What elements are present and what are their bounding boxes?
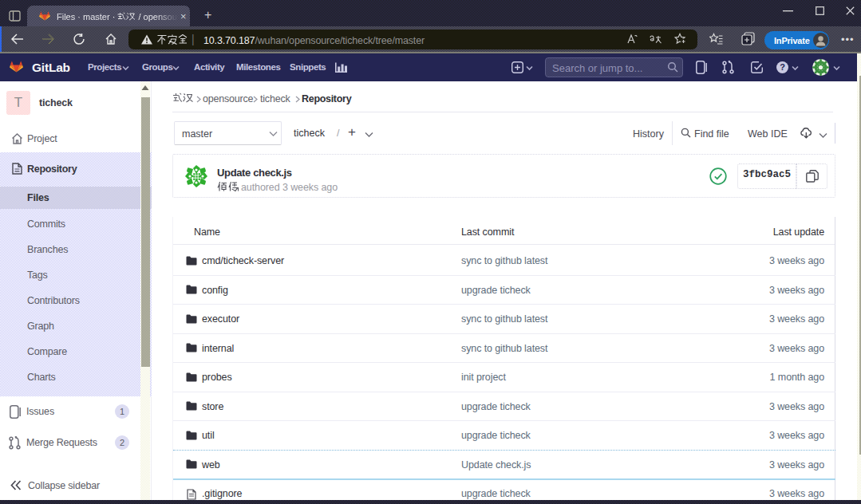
svg-text:?: ? [780,62,785,72]
